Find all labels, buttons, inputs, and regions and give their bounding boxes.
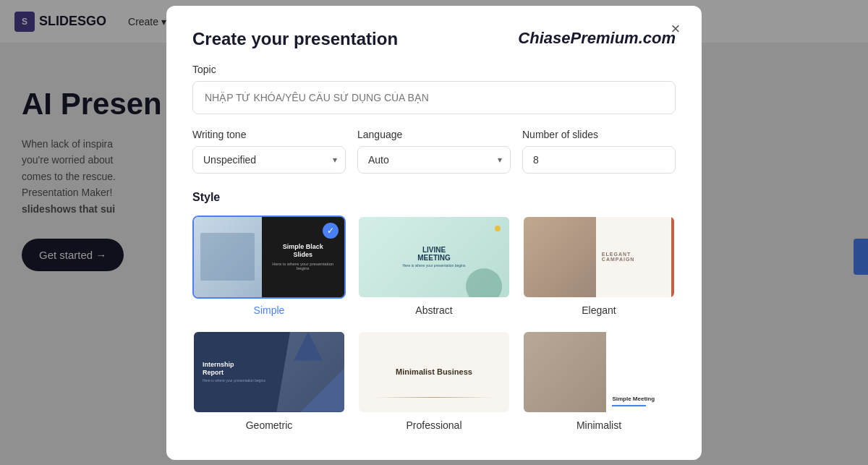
abstract-title: LIVINEMEETING [403,246,466,262]
abstract-style-name: Abstract [357,304,511,319]
professional-style-name: Professional [357,419,511,434]
pro-line [374,397,494,398]
style-card-elegant[interactable]: ELEGANTCAMPAIGN Elegant [522,216,676,319]
abstract-sub: Here is where your presentation begins [403,263,466,268]
style-card-minimalist[interactable]: Simple Meeting Minimalist [522,330,676,434]
min-line [612,405,646,406]
simple-thumb-bg: Simple BlackSlides Here is where your pr… [194,217,344,297]
simple-thumb-sub: Here is where your presentation begins [268,262,339,270]
elegant-img [524,217,596,297]
minimalist-style-name: Minimalist [522,419,676,434]
style-card-abstract[interactable]: LIVINEMEETING Here is where your present… [357,216,511,319]
writing-tone-group: Writing tone Unspecified Formal Casual P… [192,129,346,174]
elegant-style-name: Elegant [522,304,676,319]
slides-group: Number of slides [522,129,676,174]
min-right: Simple Meeting [606,332,674,412]
form-row: Writing tone Unspecified Formal Casual P… [192,129,676,174]
abstract-accent [495,226,501,231]
min-title: Simple Meeting [612,396,668,402]
topic-input[interactable] [192,81,676,114]
geo-text: InternshipReport Here is where your pres… [194,352,274,392]
modal: Create your presentation ChiasePremium.c… [166,6,702,460]
style-thumb-simple: Simple BlackSlides Here is where your pr… [192,216,346,299]
style-section-label: Style [192,191,676,204]
simple-style-name: Simple [192,304,346,319]
style-thumb-geometric: InternshipReport Here is where your pres… [192,330,346,414]
style-thumb-minimalist: Simple Meeting [522,330,676,414]
abstract-circle [466,268,502,299]
language-label: Language [357,129,511,140]
min-img [524,332,606,412]
min-people [524,332,606,412]
style-thumb-elegant: ELEGANTCAMPAIGN [522,216,676,299]
abstract-thumb-bg: LIVINEMEETING Here is where your present… [359,217,509,297]
minimalist-thumb-bg: Simple Meeting [524,332,674,412]
watermark: ChiasePremium.com [518,29,676,48]
close-button[interactable]: × [664,17,687,40]
geo-sub: Here is where your presentation begins [203,378,265,383]
style-thumb-professional: Minimalist Business [357,330,511,414]
style-card-professional[interactable]: Minimalist Business Professional [357,330,511,434]
language-select[interactable]: Auto English Spanish French Vietnamese [357,146,511,174]
elegant-label: ELEGANTCAMPAIGN [602,252,668,262]
style-thumb-abstract: LIVINEMEETING Here is where your present… [357,216,511,299]
elegant-thumb-bg: ELEGANTCAMPAIGN [524,217,674,297]
style-grid: Simple BlackSlides Here is where your pr… [192,216,676,434]
professional-thumb-bg: Minimalist Business [359,332,509,412]
language-group: Language Auto English Spanish French Vie… [357,129,511,174]
geo-title: InternshipReport [203,361,265,377]
elegant-accent [671,217,674,297]
geometric-thumb-bg: InternshipReport Here is where your pres… [194,332,344,412]
pro-text: Minimalist Business [396,367,472,376]
elegant-thumb-right: ELEGANTCAMPAIGN [596,217,674,297]
writing-tone-select[interactable]: Unspecified Formal Casual Professional C… [192,146,346,174]
elegant-thumb-left [524,217,596,297]
simple-thumb-left [194,217,262,297]
topic-label: Topic [192,64,676,75]
simple-check-badge: ✓ [323,223,339,239]
abstract-thumb-text: LIVINEMEETING Here is where your present… [403,246,466,268]
style-card-geometric[interactable]: InternshipReport Here is where your pres… [192,330,346,434]
geometric-style-name: Geometric [192,419,346,434]
language-select-wrapper: Auto English Spanish French Vietnamese ▾ [357,146,511,174]
writing-tone-label: Writing tone [192,129,346,140]
slides-input[interactable] [522,146,676,174]
simple-thumb-img [194,217,262,297]
writing-tone-select-wrapper: Unspecified Formal Casual Professional C… [192,146,346,174]
simple-thumb-title: Simple BlackSlides [283,243,323,259]
style-card-simple[interactable]: Simple BlackSlides Here is where your pr… [192,216,346,319]
modal-header: Create your presentation ChiasePremium.c… [192,29,676,49]
slides-label: Number of slides [522,129,676,140]
modal-title: Create your presentation [192,29,398,49]
